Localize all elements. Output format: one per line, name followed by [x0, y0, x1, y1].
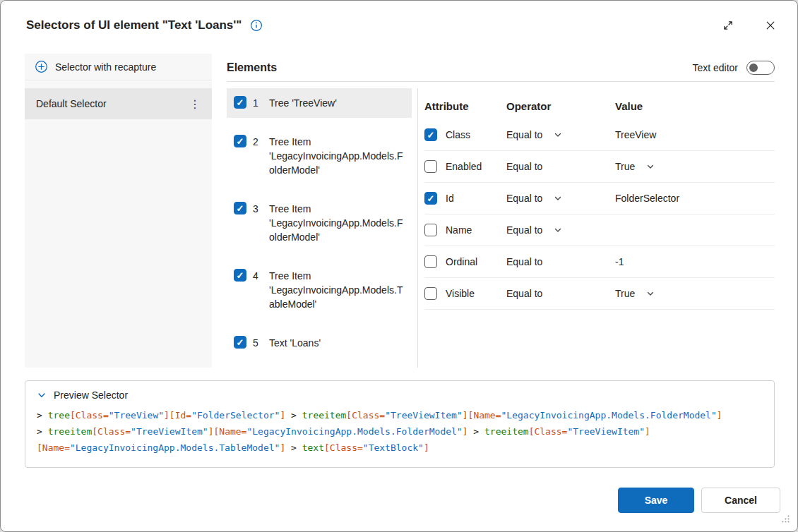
attribute-value[interactable]: FolderSelector: [615, 193, 679, 204]
attribute-name: Visible: [446, 288, 506, 299]
column-header-value: Value: [615, 100, 775, 112]
elements-list: 1 Tree 'TreeView' 2 Tree Item 'LegacyInv…: [227, 88, 412, 367]
attribute-row-class: Class Equal to TreeView: [424, 119, 775, 151]
save-button[interactable]: Save: [618, 488, 694, 513]
attribute-row-enabled: Enabled Equal to True: [424, 151, 775, 183]
attribute-checkbox[interactable]: [424, 160, 437, 173]
element-checkbox[interactable]: [234, 336, 246, 349]
attribute-value-dropdown[interactable]: True: [615, 161, 635, 172]
operator-dropdown[interactable]: Equal to: [506, 129, 542, 140]
element-checkbox[interactable]: [234, 202, 246, 214]
chevron-down-icon[interactable]: [646, 289, 655, 298]
attribute-name: Class: [446, 129, 506, 140]
chevron-down-icon[interactable]: [554, 226, 562, 234]
elements-header: Elements Text editor: [227, 57, 775, 78]
attribute-name: Id: [446, 193, 506, 204]
toggle-knob: [749, 64, 758, 72]
chevron-down-icon[interactable]: [554, 131, 562, 139]
preview-selector-panel: Preview Selector > tree[Class="TreeView"…: [25, 380, 775, 468]
add-circle-icon: [35, 60, 48, 73]
operator-dropdown[interactable]: Equal to: [506, 224, 542, 236]
preview-selector-line: > tree[Class="TreeView"][Id="FolderSelec…: [37, 407, 763, 423]
operator-label: Equal to: [506, 161, 542, 172]
element-number: 5: [253, 336, 263, 350]
recapture-label: Selector with recapture: [55, 61, 156, 73]
close-dialog-button[interactable]: [759, 14, 782, 37]
header-divider: [227, 81, 775, 82]
dialog-title: Selectors of UI element "Text 'Loans'": [26, 18, 242, 32]
preview-selector-line: > treeitem[Class="TreeViewItem"][Name="L…: [37, 423, 763, 440]
selectors-dialog: Selectors of UI element "Text 'Loans'": [0, 0, 798, 532]
column-header-attribute: Attribute: [424, 100, 506, 112]
preview-selector-header[interactable]: Preview Selector: [25, 381, 774, 404]
operator-label: Equal to: [506, 256, 542, 267]
element-label: Text 'Loans': [269, 336, 406, 350]
element-number: 4: [253, 269, 263, 283]
chevron-down-icon[interactable]: [37, 390, 47, 400]
chevron-down-icon[interactable]: [554, 194, 562, 202]
element-label: Tree Item 'LegacyInvoicingApp.Models.Fol…: [269, 135, 406, 177]
selector-with-recapture-button[interactable]: Selector with recapture: [25, 54, 212, 80]
element-number: 2: [253, 135, 263, 149]
preview-selector-line: [Name="LegacyInvoicingApp.Models.TableMo…: [37, 440, 763, 456]
preview-selector-title: Preview Selector: [54, 389, 128, 401]
dialog-title-bar: Selectors of UI element "Text 'Loans'": [26, 15, 782, 36]
sidebar-item-default-selector[interactable]: Default Selector ⋮: [25, 88, 212, 119]
preview-selector-code: > tree[Class="TreeView"][Id="FolderSelec…: [25, 404, 774, 459]
element-checkbox[interactable]: [234, 96, 246, 109]
info-icon[interactable]: [250, 19, 263, 32]
attribute-checkbox[interactable]: [424, 255, 437, 268]
element-checkbox[interactable]: [234, 135, 246, 147]
element-item-treeitem-1[interactable]: 2 Tree Item 'LegacyInvoicingApp.Models.F…: [227, 127, 412, 185]
resize-grip[interactable]: [781, 514, 790, 526]
attribute-name: Name: [446, 224, 506, 236]
attribute-checkbox[interactable]: [424, 192, 437, 205]
column-header-operator: Operator: [506, 100, 615, 112]
chevron-down-icon[interactable]: [646, 162, 655, 171]
expand-icon: [722, 20, 734, 31]
attribute-value[interactable]: -1: [615, 256, 624, 267]
element-number: 1: [253, 96, 263, 110]
attribute-row-ordinal: Ordinal Equal to -1: [424, 246, 775, 278]
selectors-sidebar: Selector with recapture Default Selector…: [25, 54, 212, 368]
attribute-row-name: Name Equal to: [424, 214, 775, 246]
attribute-checkbox[interactable]: [424, 128, 437, 141]
cancel-button[interactable]: Cancel: [701, 488, 780, 513]
close-icon: [765, 20, 776, 31]
attribute-checkbox[interactable]: [424, 287, 437, 300]
element-item-treeitem-3[interactable]: 4 Tree Item 'LegacyInvoicingApp.Models.T…: [227, 261, 412, 319]
expand-dialog-button[interactable]: [717, 14, 739, 37]
element-label: Tree Item 'LegacyInvoicingApp.Models.Fol…: [269, 202, 406, 244]
operator-dropdown[interactable]: Equal to: [506, 193, 542, 204]
elements-title: Elements: [227, 61, 277, 74]
attribute-value[interactable]: TreeView: [615, 129, 656, 140]
element-label: Tree Item 'LegacyInvoicingApp.Models.Tab…: [269, 269, 406, 311]
attributes-header-row: Attribute Operator Value: [424, 92, 775, 119]
text-editor-control: Text editor: [692, 61, 775, 75]
operator-label: Equal to: [506, 288, 542, 299]
more-options-icon[interactable]: ⋮: [184, 97, 206, 111]
attribute-name: Enabled: [446, 161, 506, 172]
element-checkbox[interactable]: [234, 269, 246, 282]
element-item-tree[interactable]: 1 Tree 'TreeView': [227, 88, 412, 118]
attribute-row-visible: Visible Equal to True: [424, 278, 775, 310]
element-number: 3: [253, 202, 263, 216]
attribute-value-dropdown[interactable]: True: [615, 288, 635, 299]
element-label: Tree 'TreeView': [269, 96, 406, 110]
text-editor-toggle[interactable]: [746, 61, 775, 75]
attribute-row-id: Id Equal to FolderSelector: [424, 183, 775, 214]
attributes-panel: Attribute Operator Value Class Equal to …: [424, 92, 775, 310]
attribute-name: Ordinal: [446, 256, 506, 267]
attribute-checkbox[interactable]: [424, 224, 437, 236]
text-editor-label: Text editor: [692, 62, 738, 73]
selector-name: Default Selector: [36, 98, 184, 109]
element-item-treeitem-2[interactable]: 3 Tree Item 'LegacyInvoicingApp.Models.F…: [227, 194, 412, 252]
element-item-text[interactable]: 5 Text 'Loans': [227, 328, 412, 358]
vertical-divider: [417, 88, 418, 368]
